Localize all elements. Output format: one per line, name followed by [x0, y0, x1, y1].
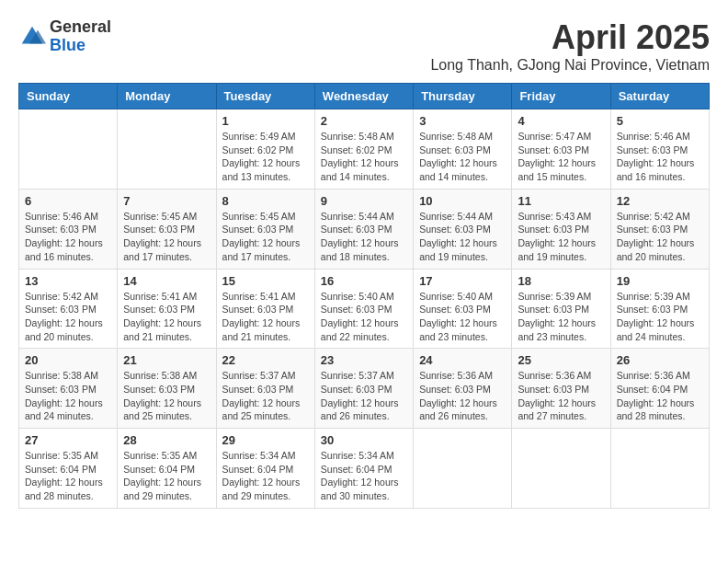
calendar-cell: 16Sunrise: 5:40 AM Sunset: 6:03 PM Dayli… [314, 269, 413, 349]
day-info: Sunrise: 5:34 AM Sunset: 6:04 PM Dayligh… [222, 449, 309, 503]
calendar-cell: 9Sunrise: 5:44 AM Sunset: 6:03 PM Daylig… [314, 189, 413, 269]
day-info: Sunrise: 5:49 AM Sunset: 6:02 PM Dayligh… [222, 130, 309, 184]
day-info: Sunrise: 5:36 AM Sunset: 6:03 PM Dayligh… [518, 369, 604, 423]
calendar-cell [414, 429, 512, 509]
day-info: Sunrise: 5:44 AM Sunset: 6:03 PM Dayligh… [321, 210, 407, 264]
day-number: 9 [321, 194, 407, 208]
day-number: 10 [419, 194, 506, 208]
day-number: 28 [123, 433, 210, 447]
day-number: 8 [222, 194, 309, 208]
day-number: 21 [123, 353, 210, 367]
day-info: Sunrise: 5:39 AM Sunset: 6:03 PM Dayligh… [617, 290, 703, 344]
title-block: April 2025 Long Thanh, GJong Nai Provinc… [430, 18, 710, 74]
day-number: 15 [222, 274, 309, 288]
day-info: Sunrise: 5:46 AM Sunset: 6:03 PM Dayligh… [617, 130, 703, 184]
day-info: Sunrise: 5:44 AM Sunset: 6:03 PM Dayligh… [419, 210, 506, 264]
calendar-cell: 15Sunrise: 5:41 AM Sunset: 6:03 PM Dayli… [216, 269, 314, 349]
weekday-header-wednesday: Wednesday [314, 84, 413, 109]
day-info: Sunrise: 5:36 AM Sunset: 6:04 PM Dayligh… [617, 369, 703, 423]
calendar-cell: 27Sunrise: 5:35 AM Sunset: 6:04 PM Dayli… [19, 429, 118, 509]
day-number: 14 [123, 274, 210, 288]
day-number: 12 [617, 194, 703, 208]
day-info: Sunrise: 5:34 AM Sunset: 6:04 PM Dayligh… [321, 449, 407, 503]
day-number: 11 [518, 194, 604, 208]
logo: General Blue [18, 18, 111, 55]
day-info: Sunrise: 5:45 AM Sunset: 6:03 PM Dayligh… [222, 210, 309, 264]
day-info: Sunrise: 5:40 AM Sunset: 6:03 PM Dayligh… [321, 290, 407, 344]
day-info: Sunrise: 5:38 AM Sunset: 6:03 PM Dayligh… [25, 369, 111, 423]
day-number: 5 [617, 114, 703, 128]
day-info: Sunrise: 5:35 AM Sunset: 6:04 PM Dayligh… [123, 449, 210, 503]
day-info: Sunrise: 5:46 AM Sunset: 6:03 PM Dayligh… [25, 210, 111, 264]
calendar-cell [610, 429, 709, 509]
calendar-cell: 5Sunrise: 5:46 AM Sunset: 6:03 PM Daylig… [610, 109, 709, 190]
day-info: Sunrise: 5:48 AM Sunset: 6:02 PM Dayligh… [321, 130, 407, 184]
calendar-cell: 11Sunrise: 5:43 AM Sunset: 6:03 PM Dayli… [512, 189, 610, 269]
day-info: Sunrise: 5:41 AM Sunset: 6:03 PM Dayligh… [123, 290, 210, 344]
weekday-header-friday: Friday [512, 84, 610, 109]
day-info: Sunrise: 5:37 AM Sunset: 6:03 PM Dayligh… [321, 369, 407, 423]
logo-text: General Blue [50, 18, 111, 55]
week-row-5: 27Sunrise: 5:35 AM Sunset: 6:04 PM Dayli… [19, 429, 710, 509]
calendar-cell: 18Sunrise: 5:39 AM Sunset: 6:03 PM Dayli… [512, 269, 610, 349]
day-info: Sunrise: 5:45 AM Sunset: 6:03 PM Dayligh… [123, 210, 210, 264]
calendar-cell [512, 429, 610, 509]
calendar-cell: 28Sunrise: 5:35 AM Sunset: 6:04 PM Dayli… [118, 429, 216, 509]
day-number: 23 [321, 353, 407, 367]
day-number: 6 [25, 194, 111, 208]
day-number: 18 [518, 274, 604, 288]
weekday-header-thursday: Thursday [414, 84, 512, 109]
calendar-cell: 24Sunrise: 5:36 AM Sunset: 6:03 PM Dayli… [414, 349, 512, 429]
day-number: 2 [321, 114, 407, 128]
calendar-cell: 1Sunrise: 5:49 AM Sunset: 6:02 PM Daylig… [216, 109, 314, 190]
page-header: General Blue April 2025 Long Thanh, GJon… [18, 18, 710, 74]
day-number: 4 [518, 114, 604, 128]
day-number: 16 [321, 274, 407, 288]
calendar-cell: 20Sunrise: 5:38 AM Sunset: 6:03 PM Dayli… [19, 349, 118, 429]
calendar-cell: 30Sunrise: 5:34 AM Sunset: 6:04 PM Dayli… [314, 429, 413, 509]
weekday-header-tuesday: Tuesday [216, 84, 314, 109]
weekday-header-monday: Monday [118, 84, 216, 109]
weekday-header-row: SundayMondayTuesdayWednesdayThursdayFrid… [19, 84, 710, 109]
day-info: Sunrise: 5:41 AM Sunset: 6:03 PM Dayligh… [222, 290, 309, 344]
calendar-cell: 22Sunrise: 5:37 AM Sunset: 6:03 PM Dayli… [216, 349, 314, 429]
day-number: 7 [123, 194, 210, 208]
day-number: 22 [222, 353, 309, 367]
day-number: 20 [25, 353, 111, 367]
day-info: Sunrise: 5:40 AM Sunset: 6:03 PM Dayligh… [419, 290, 506, 344]
day-number: 25 [518, 353, 604, 367]
month-title: April 2025 [430, 18, 710, 57]
calendar-cell: 6Sunrise: 5:46 AM Sunset: 6:03 PM Daylig… [19, 189, 118, 269]
day-info: Sunrise: 5:39 AM Sunset: 6:03 PM Dayligh… [518, 290, 604, 344]
calendar-cell: 10Sunrise: 5:44 AM Sunset: 6:03 PM Dayli… [414, 189, 512, 269]
day-number: 17 [419, 274, 506, 288]
day-number: 29 [222, 433, 309, 447]
day-number: 27 [25, 433, 111, 447]
calendar-cell: 8Sunrise: 5:45 AM Sunset: 6:03 PM Daylig… [216, 189, 314, 269]
week-row-3: 13Sunrise: 5:42 AM Sunset: 6:03 PM Dayli… [19, 269, 710, 349]
calendar-table: SundayMondayTuesdayWednesdayThursdayFrid… [18, 83, 710, 509]
weekday-header-saturday: Saturday [610, 84, 709, 109]
day-info: Sunrise: 5:35 AM Sunset: 6:04 PM Dayligh… [25, 449, 111, 503]
day-info: Sunrise: 5:42 AM Sunset: 6:03 PM Dayligh… [617, 210, 703, 264]
calendar-cell: 2Sunrise: 5:48 AM Sunset: 6:02 PM Daylig… [314, 109, 413, 190]
calendar-cell: 29Sunrise: 5:34 AM Sunset: 6:04 PM Dayli… [216, 429, 314, 509]
calendar-cell: 13Sunrise: 5:42 AM Sunset: 6:03 PM Dayli… [19, 269, 118, 349]
calendar-cell: 23Sunrise: 5:37 AM Sunset: 6:03 PM Dayli… [314, 349, 413, 429]
day-number: 1 [222, 114, 309, 128]
day-info: Sunrise: 5:47 AM Sunset: 6:03 PM Dayligh… [518, 130, 604, 184]
calendar-cell: 19Sunrise: 5:39 AM Sunset: 6:03 PM Dayli… [610, 269, 709, 349]
day-number: 24 [419, 353, 506, 367]
calendar-cell: 14Sunrise: 5:41 AM Sunset: 6:03 PM Dayli… [118, 269, 216, 349]
day-info: Sunrise: 5:42 AM Sunset: 6:03 PM Dayligh… [25, 290, 111, 344]
day-info: Sunrise: 5:48 AM Sunset: 6:03 PM Dayligh… [419, 130, 506, 184]
location-text: Long Thanh, GJong Nai Province, Vietnam [430, 57, 710, 74]
logo-blue-text: Blue [50, 37, 111, 55]
calendar-cell [118, 109, 216, 190]
weekday-header-sunday: Sunday [19, 84, 118, 109]
day-info: Sunrise: 5:37 AM Sunset: 6:03 PM Dayligh… [222, 369, 309, 423]
calendar-cell: 17Sunrise: 5:40 AM Sunset: 6:03 PM Dayli… [414, 269, 512, 349]
day-number: 19 [617, 274, 703, 288]
calendar-cell: 12Sunrise: 5:42 AM Sunset: 6:03 PM Dayli… [610, 189, 709, 269]
calendar-cell: 26Sunrise: 5:36 AM Sunset: 6:04 PM Dayli… [610, 349, 709, 429]
